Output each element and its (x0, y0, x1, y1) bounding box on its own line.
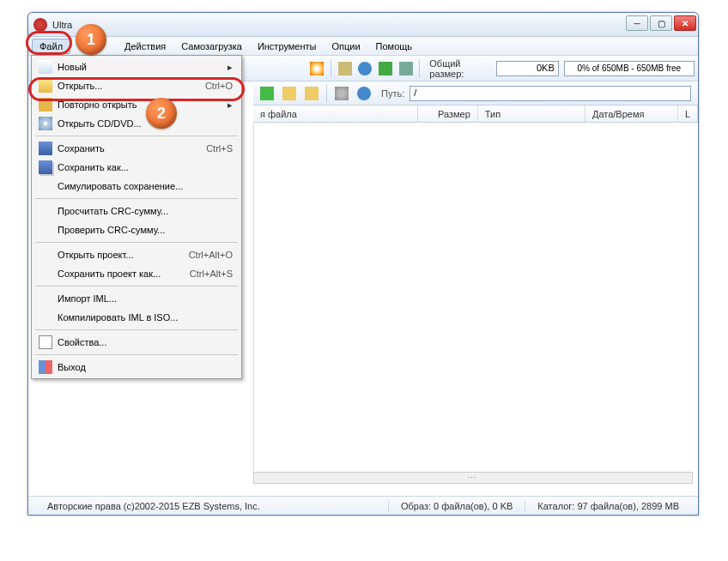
cd-icon (39, 117, 52, 130)
menu-item-label: Открыть CD/DVD... (58, 118, 142, 129)
tb-burn-button[interactable] (307, 58, 326, 79)
menu-file[interactable]: Файл (32, 39, 70, 54)
save-icon (39, 142, 52, 155)
menu-separator (35, 329, 238, 330)
col-size[interactable]: Размер (418, 106, 478, 122)
menu-item-label: Свойства... (58, 337, 106, 347)
gear-icon (335, 87, 349, 100)
exit-icon (39, 360, 52, 374)
horizontal-scrollbar[interactable] (253, 472, 693, 484)
tb-newfolder-button[interactable] (301, 83, 322, 104)
tb-check-button[interactable] (376, 58, 395, 79)
toolbar-separator (326, 84, 327, 103)
info-icon (358, 62, 372, 75)
tb-info-button[interactable] (356, 58, 375, 79)
menubar: Файл Действия Самозагрузка Инструменты О… (28, 37, 698, 56)
menu-item-label: Компилировать IML в ISO... (58, 312, 178, 323)
toolbar-separator (419, 59, 420, 78)
open-icon (39, 79, 52, 93)
props-icon (39, 335, 52, 349)
menu-item-открыть-cd-dvd-[interactable]: Открыть CD/DVD... (33, 114, 240, 133)
menu-item-label: Сохранить проект как... (58, 268, 161, 279)
toolbar-separator (331, 59, 331, 78)
menu-separator (35, 198, 238, 199)
status-copyright: Авторские права (c)2002-2015 EZB Systems… (35, 501, 388, 511)
mount-icon (399, 62, 413, 75)
menu-item-открыть-проект-[interactable]: Открыть проект...Ctrl+Alt+O (33, 245, 240, 264)
menu-bootable[interactable]: Самозагрузка (173, 39, 250, 54)
menu-options[interactable]: Опции (324, 39, 367, 54)
window-title: Ultra (52, 20, 72, 30)
tb-play-button[interactable] (257, 83, 277, 104)
menu-item-сохранить-проект-как-[interactable]: Сохранить проект как...Ctrl+Alt+S (33, 264, 240, 283)
app-icon (33, 18, 47, 32)
newfolder-icon (305, 87, 318, 100)
menu-item-симулировать-сохранение-[interactable]: Симулировать сохранение... (33, 177, 240, 196)
status-image: Образ: 0 файла(ов), 0 KB (388, 501, 525, 511)
maximize-button[interactable]: ▢ (650, 15, 672, 31)
menu-item-проверить-crc-сумму-[interactable]: Проверить CRC-сумму... (33, 220, 240, 239)
path-toolbar: Путь: / (253, 81, 698, 106)
menu-item-сохранить-как-[interactable]: Сохранить как... (33, 158, 240, 177)
titlebar: Ultra ─ ▢ ✕ (28, 13, 698, 37)
menu-item-label: Новый (58, 62, 87, 72)
menu-item-открыть-[interactable]: Открыть...Ctrl+O (33, 76, 240, 95)
statusbar: Авторские права (c)2002-2015 EZB Systems… (28, 496, 698, 515)
tb-up-button[interactable] (279, 83, 300, 104)
reopen-icon (39, 98, 52, 112)
col-filename[interactable]: я файла (253, 106, 418, 122)
new-icon (39, 60, 52, 74)
minimize-button[interactable]: ─ (626, 15, 648, 31)
menu-separator (35, 354, 238, 355)
menu-item-новый[interactable]: Новый▸ (33, 57, 240, 76)
capacity-bar: 0% of 650MB - 650MB free (564, 61, 695, 76)
saveas-icon (39, 160, 52, 174)
menu-item-label: Проверить CRC-сумму... (58, 225, 165, 235)
menu-item-label: Повторно открыть (58, 100, 137, 110)
window-controls: ─ ▢ ✕ (626, 15, 696, 31)
check-icon (379, 62, 392, 75)
menu-separator (35, 242, 238, 243)
menu-item-импорт-iml-[interactable]: Импорт IML... (33, 289, 240, 308)
burn-icon (310, 62, 324, 75)
menu-item-сохранить[interactable]: СохранитьCtrl+S (33, 139, 240, 158)
submenu-arrow-icon: ▸ (228, 62, 233, 73)
menu-tools[interactable]: Инструменты (250, 39, 325, 54)
path-label: Путь: (381, 88, 404, 99)
tb-help-button[interactable] (354, 83, 374, 104)
menu-shortcut: Ctrl+S (192, 143, 233, 154)
compress-icon (338, 62, 352, 75)
submenu-arrow-icon: ▸ (228, 100, 233, 111)
menu-item-компилировать-iml-в-iso-[interactable]: Компилировать IML в ISO... (33, 308, 240, 327)
menu-item-повторно-открыть[interactable]: Повторно открыть▸ (33, 95, 240, 114)
col-type[interactable]: Тип (478, 106, 585, 122)
total-size-label: Общий размер: (429, 58, 490, 79)
menu-actions[interactable]: Действия (117, 39, 173, 54)
menu-item-label: Открыть... (58, 81, 102, 91)
col-lba[interactable]: L (678, 106, 698, 122)
col-date[interactable]: Дата/Время (585, 106, 678, 122)
total-size-value: 0KB (496, 61, 559, 76)
tb-compress-button[interactable] (336, 58, 355, 79)
file-list-area (253, 123, 698, 479)
file-menu-dropdown: Новый▸Открыть...Ctrl+OПовторно открыть▸О… (31, 55, 242, 379)
menu-item-label: Сохранить как... (58, 162, 129, 172)
menu-help[interactable]: Помощь (368, 39, 421, 54)
menu-item-label: Симулировать сохранение... (58, 181, 183, 191)
status-catalog: Каталог: 97 файла(ов), 2899 MB (525, 501, 691, 511)
menu-shortcut: Ctrl+Alt+O (175, 250, 233, 260)
columns-header: я файла Размер Тип Дата/Время L (253, 106, 698, 123)
menu-item-label: Открыть проект... (58, 250, 134, 260)
menu-item-label: Сохранить (58, 143, 105, 154)
menu-item-свойства-[interactable]: Свойства... (33, 333, 240, 352)
path-field[interactable]: / (410, 86, 691, 101)
close-button[interactable]: ✕ (674, 15, 696, 31)
tb-mount-button[interactable] (397, 58, 416, 79)
help-icon (357, 87, 371, 100)
tb-settings-button[interactable] (331, 83, 352, 104)
menu-item-просчитать-crc-сумму-[interactable]: Просчитать CRC-сумму... (33, 202, 240, 220)
menu-separator (35, 136, 238, 136)
menu-item-label: Импорт IML... (58, 293, 117, 304)
menu-item-label: Выход (58, 362, 86, 372)
menu-item-выход[interactable]: Выход (33, 358, 240, 377)
